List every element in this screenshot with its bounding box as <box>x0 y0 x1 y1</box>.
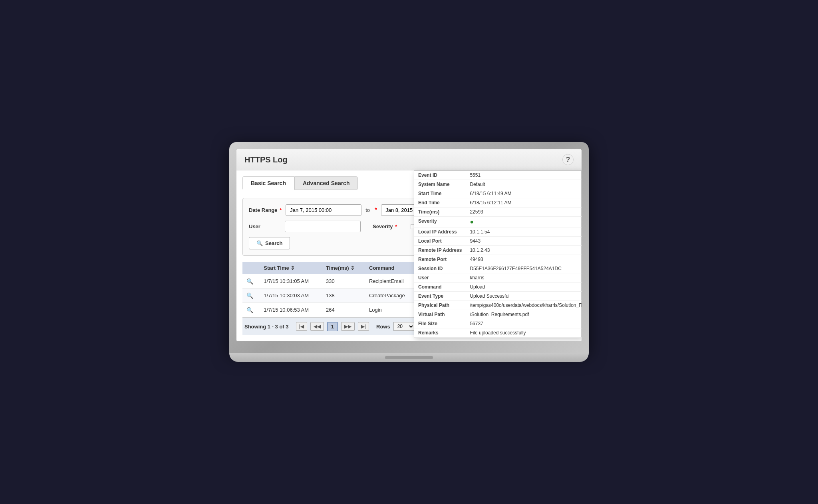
detail-severity-icon: ● <box>470 218 474 225</box>
detail-value: /temp/gas400o/userdata/webdocs/kharris/S… <box>466 301 582 310</box>
user-label: User <box>249 223 281 229</box>
detail-label: Remote IP Address <box>414 246 466 255</box>
cell-command: CreatePackage <box>365 289 416 303</box>
cell-time-ms: 264 <box>322 303 365 317</box>
app-title: HTTPS Log <box>244 155 288 164</box>
detail-row: System NameDefault <box>414 180 582 189</box>
detail-value: File uploaded successfully <box>466 328 582 338</box>
detail-value: /Solution_Requirements.pdf <box>466 310 582 319</box>
detail-label: Remote Port <box>414 255 466 264</box>
user-input[interactable] <box>285 221 361 232</box>
detail-row: Virtual Path/Solution_Requirements.pdf <box>414 310 582 319</box>
search-button[interactable]: 🔍 Search <box>249 237 290 249</box>
prev-page-button[interactable]: ◀◀ <box>310 322 324 331</box>
rows-per-page-select[interactable]: 20 50 100 <box>393 322 415 331</box>
row-magnify-icon[interactable]: 🔍 <box>246 307 253 313</box>
first-page-button[interactable]: |◀ <box>296 322 307 331</box>
next-page-button[interactable]: ▶▶ <box>341 322 355 331</box>
detail-value: Upload Successful <box>466 292 582 301</box>
detail-label: End Time <box>414 198 466 208</box>
detail-row: Remote Port49493 <box>414 255 582 264</box>
row-magnify-icon[interactable]: 🔍 <box>246 278 253 285</box>
detail-value: 49493 <box>466 255 582 264</box>
detail-label: Virtual Path <box>414 310 466 319</box>
detail-row: Start Time6/18/15 6:11:49 AM <box>414 189 582 198</box>
cell-command: RecipientEmail <box>365 274 416 289</box>
to-label: to <box>365 207 370 213</box>
tab-basic-search[interactable]: Basic Search <box>242 176 294 190</box>
cell-start-time: 1/7/15 10:06:53 AM <box>260 303 322 317</box>
laptop-screen: HTTPS Log ? Basic Search Advanced Search <box>236 149 582 341</box>
col-icon <box>242 262 260 274</box>
detail-value: 5551 <box>466 171 582 180</box>
detail-row: Time(ms)22593 <box>414 208 582 217</box>
detail-row: Remote IP Address10.1.2.43 <box>414 246 582 255</box>
detail-value: Upload <box>466 283 582 292</box>
detail-row: Severity● <box>414 217 582 227</box>
last-page-button[interactable]: ▶| <box>358 322 369 331</box>
laptop-base <box>229 353 589 362</box>
cell-time-ms: 138 <box>322 289 365 303</box>
detail-value: 10.1.1.54 <box>466 227 582 237</box>
app-header: HTTPS Log ? <box>236 149 582 170</box>
detail-label: System Name <box>414 180 466 189</box>
detail-value: kharris <box>466 273 582 283</box>
detail-row: File Size56737 <box>414 319 582 328</box>
row-magnify-icon[interactable]: 🔍 <box>246 293 253 299</box>
detail-label: Start Time <box>414 189 466 198</box>
detail-popup: Event ID5551System NameDefaultStart Time… <box>414 170 582 338</box>
detail-row: Local Port9443 <box>414 237 582 246</box>
detail-row: Event ID5551 <box>414 171 582 180</box>
detail-label: Physical Path <box>414 301 466 310</box>
detail-label: Session ID <box>414 264 466 273</box>
detail-row: Session IDD55E1A36F266127E49FFE541A524A1… <box>414 264 582 273</box>
detail-value: 10.1.2.43 <box>466 246 582 255</box>
detail-label: Time(ms) <box>414 208 466 217</box>
date-from-input[interactable] <box>286 204 361 216</box>
app-body: Basic Search Advanced Search Date Range … <box>236 170 582 341</box>
required-star: * <box>278 207 282 213</box>
detail-row: Event TypeUpload Successful <box>414 292 582 301</box>
detail-row: Local IP Address10.1.1.54 <box>414 227 582 237</box>
detail-value: 9443 <box>466 237 582 246</box>
detail-label: Event ID <box>414 171 466 180</box>
tab-advanced-search[interactable]: Advanced Search <box>294 176 358 190</box>
cell-command: Login <box>365 303 416 317</box>
detail-label: Local Port <box>414 237 466 246</box>
cell-start-time: 1/7/15 10:31:05 AM <box>260 274 322 289</box>
laptop-screen-border: HTTPS Log ? Basic Search Advanced Search <box>229 142 589 353</box>
detail-row: CommandUpload <box>414 283 582 292</box>
detail-row: End Time6/18/15 6:12:11 AM <box>414 198 582 208</box>
detail-row: Userkharris <box>414 273 582 283</box>
detail-value: ● <box>466 217 582 227</box>
cell-time-ms: 330 <box>322 274 365 289</box>
detail-label: Local IP Address <box>414 227 466 237</box>
detail-label: User <box>414 273 466 283</box>
required-star-2: * <box>375 207 377 214</box>
rows-label: Rows <box>376 324 390 330</box>
detail-label: Severity <box>414 217 466 227</box>
detail-label: Event Type <box>414 292 466 301</box>
severity-label: Severity * <box>373 223 405 229</box>
page-1-button[interactable]: 1 <box>327 322 338 331</box>
search-icon: 🔍 <box>256 240 263 246</box>
detail-value: Default <box>466 180 582 189</box>
detail-value: 56737 <box>466 319 582 328</box>
detail-value: D55E1A36F266127E49FFE541A524A1DC <box>466 264 582 273</box>
laptop-wrapper: HTTPS Log ? Basic Search Advanced Search <box>229 142 589 362</box>
showing-text: Showing 1 - 3 of 3 <box>244 324 289 330</box>
detail-value: 6/18/15 6:11:49 AM <box>466 189 582 198</box>
detail-label: File Size <box>414 319 466 328</box>
detail-value: 22593 <box>466 208 582 217</box>
cell-start-time: 1/7/15 10:30:03 AM <box>260 289 322 303</box>
detail-table: Event ID5551System NameDefaultStart Time… <box>414 171 582 338</box>
detail-label: Remarks <box>414 328 466 338</box>
date-range-label: Date Range * <box>249 207 282 213</box>
detail-row: RemarksFile uploaded successfully <box>414 328 582 338</box>
col-start-time[interactable]: Start Time ⇕ <box>260 262 322 274</box>
help-button[interactable]: ? <box>562 154 574 165</box>
col-command: Command <box>365 262 416 274</box>
col-time-ms[interactable]: Time(ms) ⇕ <box>322 262 365 274</box>
detail-value: 6/18/15 6:12:11 AM <box>466 198 582 208</box>
detail-label: Command <box>414 283 466 292</box>
